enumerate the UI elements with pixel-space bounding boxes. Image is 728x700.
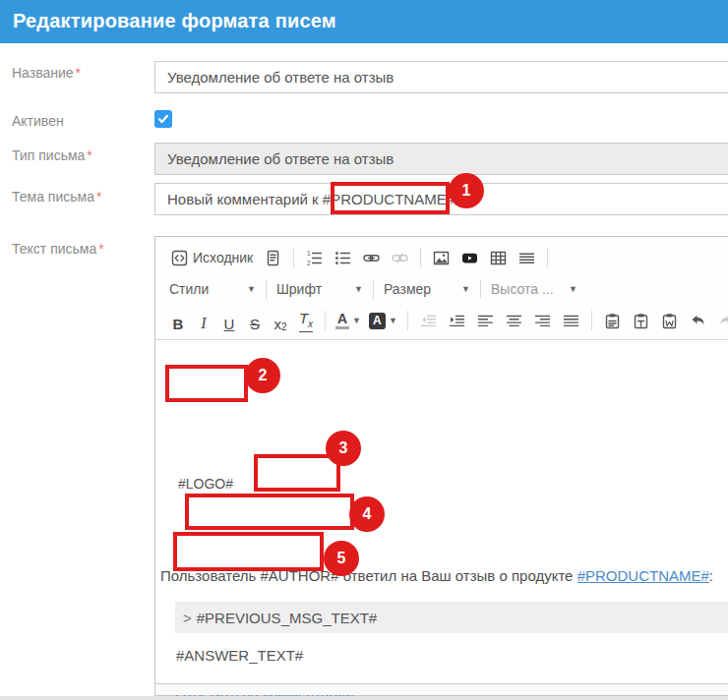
templates-button[interactable] bbox=[260, 247, 286, 269]
size-dropdown[interactable]: Размер ▼ bbox=[380, 279, 474, 299]
bulleted-list-button[interactable] bbox=[330, 247, 356, 269]
redo-button bbox=[713, 310, 728, 332]
answer-placeholder: #ANSWER_TEXT# bbox=[176, 647, 303, 664]
quote-prefix: > bbox=[183, 610, 192, 626]
numbered-list-button[interactable]: 12 bbox=[301, 247, 328, 269]
active-checkbox[interactable] bbox=[154, 110, 172, 128]
styles-dropdown-label: Стили bbox=[169, 281, 209, 297]
youtube-icon bbox=[461, 250, 478, 266]
underline-button[interactable]: U bbox=[217, 309, 241, 332]
svg-text:1: 1 bbox=[307, 250, 311, 257]
remove-format-button[interactable]: Tx bbox=[294, 309, 318, 332]
unlink-button bbox=[387, 247, 413, 269]
editor-content[interactable]: #LOGO# Пользователь #AUTHOR# ответил на … bbox=[155, 340, 728, 684]
text-color-button[interactable]: A ▼ bbox=[333, 313, 364, 329]
name-label-text: Название bbox=[12, 65, 74, 81]
chevron-down-icon: ▼ bbox=[389, 316, 397, 325]
justify-icon bbox=[563, 313, 579, 329]
required-asterisk: * bbox=[98, 241, 103, 257]
subscript-sub: 2 bbox=[281, 321, 287, 332]
align-center-icon bbox=[506, 313, 522, 329]
chevron-down-icon: ▼ bbox=[354, 284, 363, 294]
quote-block: > #PREVIOUS_MSG_TEXT# bbox=[175, 602, 728, 633]
font-dropdown[interactable]: Шрифт ▼ bbox=[273, 279, 367, 299]
email-format-edit-page: Редактирование формата писем Название* А… bbox=[0, 0, 728, 700]
subscript-glyph: x bbox=[273, 316, 281, 332]
paste-plain-text-button[interactable] bbox=[628, 310, 654, 332]
active-label-text: Активен bbox=[12, 113, 64, 129]
rich-text-editor: Исходник 12 bbox=[154, 236, 728, 696]
svg-text:2: 2 bbox=[307, 259, 311, 265]
justify-button[interactable] bbox=[558, 310, 584, 332]
toolbar-separator bbox=[480, 279, 481, 299]
table-icon bbox=[490, 250, 507, 266]
toolbar-row-3: B I U S x2 Tx A ▼ A ▼ bbox=[155, 303, 728, 338]
remove-format-glyph: Tx bbox=[299, 311, 313, 332]
type-label: Тип письма* bbox=[12, 147, 92, 163]
active-label: Активен bbox=[12, 113, 64, 129]
italic-button[interactable]: I bbox=[192, 309, 215, 332]
outdent-icon bbox=[420, 313, 437, 329]
checkmark-icon bbox=[157, 113, 169, 125]
background-color-button[interactable]: A ▼ bbox=[366, 313, 400, 329]
table-button[interactable] bbox=[485, 247, 512, 269]
chevron-down-icon: ▼ bbox=[569, 284, 577, 294]
align-left-button[interactable] bbox=[472, 310, 499, 332]
paste-icon bbox=[604, 313, 621, 329]
bulleted-list-icon bbox=[334, 250, 351, 266]
templates-icon bbox=[265, 250, 281, 266]
toolbar-separator bbox=[547, 248, 548, 267]
toolbar-separator bbox=[373, 279, 374, 299]
align-left-icon bbox=[477, 313, 494, 329]
image-icon bbox=[433, 250, 450, 266]
paragraph-text: ответил на Ваш отзыв о продукте bbox=[339, 567, 577, 584]
align-right-button[interactable] bbox=[529, 310, 556, 332]
paste-button[interactable] bbox=[599, 310, 626, 332]
source-button-label: Исходник bbox=[193, 250, 253, 265]
productname-link[interactable]: #PRODUCTNAME# bbox=[577, 567, 709, 584]
link-button[interactable] bbox=[358, 247, 385, 269]
subscript-button[interactable]: x2 bbox=[269, 309, 292, 332]
numbered-list-icon: 12 bbox=[306, 250, 323, 266]
page-header: Редактирование формата писем bbox=[0, 0, 728, 43]
redo-icon bbox=[718, 313, 728, 329]
size-dropdown-label: Размер bbox=[384, 281, 431, 297]
bold-button[interactable]: B bbox=[166, 309, 190, 332]
type-label-text: Тип письма bbox=[12, 147, 85, 163]
line-height-dropdown[interactable]: Высота ... ▼ bbox=[487, 279, 581, 299]
image-button[interactable] bbox=[428, 247, 455, 269]
required-asterisk: * bbox=[87, 147, 91, 163]
page-bottom-strip bbox=[0, 696, 728, 700]
name-input[interactable] bbox=[154, 61, 728, 93]
youtube-button[interactable] bbox=[456, 247, 483, 269]
previous-msg-placeholder: #PREVIOUS_MSG_TEXT# bbox=[197, 610, 377, 626]
styles-dropdown[interactable]: Стили ▼ bbox=[165, 279, 260, 299]
indent-button[interactable] bbox=[444, 310, 470, 332]
strikethrough-button[interactable]: S bbox=[243, 309, 267, 332]
paste-from-word-button[interactable] bbox=[656, 310, 683, 332]
paragraph-text: : bbox=[709, 567, 713, 584]
toolbar-row-1: Исходник 12 bbox=[155, 237, 728, 275]
text-color-icon: A bbox=[335, 313, 349, 329]
toolbar-separator bbox=[266, 279, 267, 299]
undo-button[interactable] bbox=[685, 310, 711, 332]
editor-toolbar: Исходник 12 bbox=[155, 237, 728, 340]
toolbar-separator bbox=[407, 311, 408, 330]
subject-input[interactable] bbox=[154, 183, 728, 215]
editor-status-bar bbox=[155, 683, 728, 695]
horizontal-rule-icon bbox=[518, 250, 535, 266]
chevron-down-icon: ▼ bbox=[247, 284, 256, 294]
line-height-dropdown-label: Высота ... bbox=[491, 281, 554, 297]
toolbar-separator bbox=[293, 248, 294, 267]
undo-icon bbox=[690, 313, 706, 329]
notification-paragraph: Пользователь #AUTHOR# ответил на Ваш отз… bbox=[160, 566, 726, 586]
source-button[interactable]: Исходник bbox=[166, 247, 258, 269]
horizontal-rule-button[interactable] bbox=[514, 247, 540, 269]
align-center-button[interactable] bbox=[501, 310, 527, 332]
font-dropdown-label: Шрифт bbox=[276, 281, 322, 297]
toolbar-separator bbox=[591, 311, 592, 330]
logo-placeholder: #LOGO# bbox=[178, 476, 233, 492]
paste-plain-text-icon bbox=[633, 313, 649, 329]
paste-from-word-icon bbox=[661, 313, 678, 329]
name-label: Название* bbox=[12, 65, 81, 81]
